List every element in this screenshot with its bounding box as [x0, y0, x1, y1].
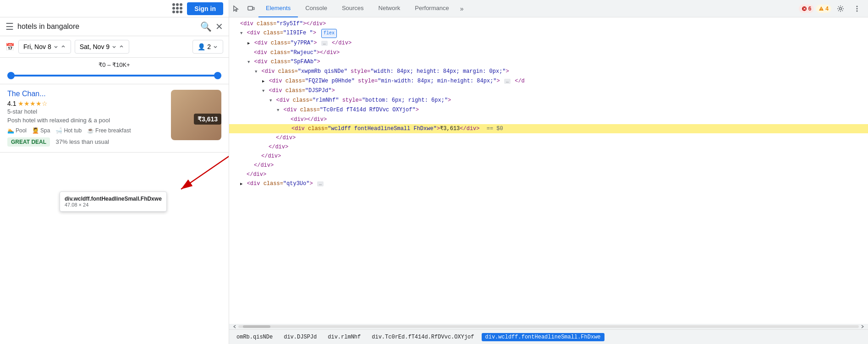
cursor-tool-icon[interactable] — [229, 1, 244, 16]
scroll-right-btn[interactable] — [859, 324, 866, 329]
amenity-pool: 🏊 Pool — [7, 127, 27, 134]
tab-sources[interactable]: Sources — [335, 0, 371, 17]
code-line: ▼ <div class="rlmNhf" style="bottom: 6px… — [229, 96, 868, 105]
guests-filter[interactable]: 👤 2 — [192, 40, 223, 54]
hscroll-thumb[interactable] — [243, 325, 270, 328]
breadcrumb-rlmNhf[interactable]: div.rlmNhf — [324, 333, 364, 341]
more-options-icon[interactable] — [850, 1, 864, 16]
deal-row: GREAT DEAL 37% less than usual — [7, 137, 162, 147]
calendar-icon: 📅 — [5, 43, 15, 51]
deal-text: 37% less than usual — [56, 138, 109, 145]
spa-icon: 💆 — [32, 127, 39, 134]
amenity-spa: 💆 Spa — [32, 127, 50, 134]
code-line: ▼ <div class="lI9IFe "> flex — [229, 28, 868, 38]
settings-icon[interactable] — [833, 1, 848, 16]
device-toggle-icon[interactable] — [244, 1, 258, 16]
code-line: ▼ <div class="SpFAAb"> — [229, 57, 868, 67]
slider-min-thumb[interactable] — [7, 72, 15, 79]
breakfast-icon: ☕ — [87, 127, 94, 134]
person-icon: 👤 — [198, 43, 205, 50]
breadcrumb-DJSPJd[interactable]: div.DJSPJd — [280, 333, 320, 341]
code-line: <div class="Rwjeuc"></div> — [229, 48, 868, 57]
hot-tub-icon: 🛁 — [55, 127, 62, 134]
devtools-tabs: Elements Console Sources Network Perform… — [258, 0, 795, 17]
code-line: ▼ <div class="Tc0rEd fT414d RfDVvc OXYjo… — [229, 105, 868, 115]
slider-max-thumb[interactable] — [214, 72, 221, 79]
close-icon[interactable]: ✕ — [215, 21, 223, 32]
code-line: ▼ <div class="xwpmRb qisNDe" style="widt… — [229, 67, 868, 76]
price-slider[interactable] — [7, 71, 221, 80]
hotel-description: Posh hotel with relaxed dining & a pool — [7, 117, 162, 124]
horizontal-scrollbar[interactable] — [229, 324, 868, 329]
code-line: <div></div> — [229, 115, 868, 124]
code-line: </div> — [229, 133, 868, 142]
price-range-filter: ₹0 – ₹10K+ — [0, 58, 229, 84]
code-line: </div> — [229, 161, 868, 170]
search-icon[interactable]: 🔍 — [200, 21, 212, 32]
svg-rect-0 — [248, 6, 253, 10]
code-line: ▶ <div class="FQ2IWe p0Hhde" style="min-… — [229, 76, 868, 86]
error-count-badge: ✕ 6 — [799, 5, 814, 13]
scroll-left-btn[interactable] — [231, 324, 238, 329]
price-range-label: ₹0 – ₹10K+ — [7, 61, 221, 68]
hotel-name[interactable]: The Chan... — [7, 90, 162, 98]
svg-text:✕: ✕ — [802, 7, 806, 11]
hotel-card[interactable]: The Chan... 4.1 ★★★★☆ 5-star hotel Posh … — [0, 84, 229, 153]
tab-elements[interactable]: Elements — [258, 0, 298, 17]
svg-point-7 — [857, 5, 858, 7]
svg-point-8 — [857, 8, 858, 9]
sign-in-button[interactable]: Sign in — [187, 2, 223, 15]
svg-rect-1 — [253, 7, 254, 10]
code-line: </div> — [229, 170, 868, 179]
deal-badge: GREAT DEAL — [7, 137, 50, 147]
warning-count-badge: ! 4 — [816, 5, 831, 13]
code-line: </div> — [229, 152, 868, 161]
breadcrumb-omRb[interactable]: omRb.qisNDe — [233, 333, 276, 341]
devtools-right-icons: ✕ 6 ! 4 — [795, 1, 868, 16]
code-line: ▼ <div class="DJSPJd"> — [229, 86, 868, 96]
svg-point-9 — [857, 10, 858, 11]
code-line: ▶ <div class="y7PRA"> … </div> — [229, 38, 868, 48]
hotel-price-overlay: ₹3,613 — [194, 114, 221, 125]
hotel-rating: 4.1 ★★★★☆ — [7, 100, 162, 107]
breadcrumb-bar: omRb.qisNDe div.DJSPJd div.rlmNhf div.Tc… — [229, 329, 868, 344]
checkout-filter[interactable]: Sat, Nov 9 — [75, 40, 129, 54]
tooltip-class-name: div.wcldff.fontHeadlineSmall.FhDxwe — [65, 196, 162, 202]
equals-sign: == $0 — [487, 126, 503, 132]
devtools-elements-content: <div class="rSy5If"></div> ▼ <div class=… — [229, 17, 868, 324]
code-line: <div class="rSy5If"></div> — [229, 19, 868, 28]
checkin-filter[interactable]: Fri, Nov 8 — [18, 40, 71, 54]
amenity-hot-tub: 🛁 Hot tub — [55, 127, 82, 134]
search-bar: ☰ 🔍 ✕ — [0, 17, 229, 36]
pool-icon: 🏊 — [7, 127, 14, 134]
breadcrumb-wcldff[interactable]: div.wcldff.fontHeadlineSmall.FhDxwe — [482, 333, 604, 341]
breadcrumb-Tc0rEd[interactable]: div.Tc0rEd.fT414d.RfDVvc.OXYjof — [368, 333, 478, 341]
hscroll-track — [238, 325, 859, 328]
filters-row: 📅 Fri, Nov 8 Sat, Nov 9 👤 2 — [0, 36, 229, 58]
tab-performance[interactable]: Performance — [407, 0, 456, 17]
code-line: ▶ <div class="qty3Uo"> … — [229, 179, 868, 189]
google-hotels-panel: ☰ 🔍 ✕ 📅 Fri, Nov 8 Sat, Nov 9 👤 2 — [0, 17, 229, 344]
amenity-breakfast: ☕ Free breakfast — [87, 127, 131, 134]
tab-network[interactable]: Network — [371, 0, 408, 17]
svg-text:!: ! — [821, 7, 822, 11]
code-line: </div> — [229, 142, 868, 152]
amenities-list: 🏊 Pool 💆 Spa 🛁 Hot tub ☕ Free breakfast — [7, 127, 162, 134]
search-input[interactable] — [17, 22, 197, 31]
highlighted-code-line[interactable]: <div class="wcldff fontHeadlineSmall FhD… — [229, 124, 868, 133]
svg-point-6 — [840, 7, 842, 10]
tab-console[interactable]: Console — [298, 0, 335, 17]
grid-icon[interactable] — [172, 3, 183, 14]
devtools-panel: <div class="rSy5If"></div> ▼ <div class=… — [229, 17, 868, 344]
more-tabs-button[interactable]: » — [456, 0, 467, 17]
hotel-type: 5-star hotel — [7, 108, 162, 115]
star-rating-icon: ★★★★☆ — [18, 100, 48, 107]
tooltip-size: 47.08 × 24 — [65, 202, 162, 207]
element-tooltip: div.wcldff.fontHeadlineSmall.FhDxwe 47.0… — [60, 191, 167, 212]
menu-icon[interactable]: ☰ — [5, 21, 14, 32]
